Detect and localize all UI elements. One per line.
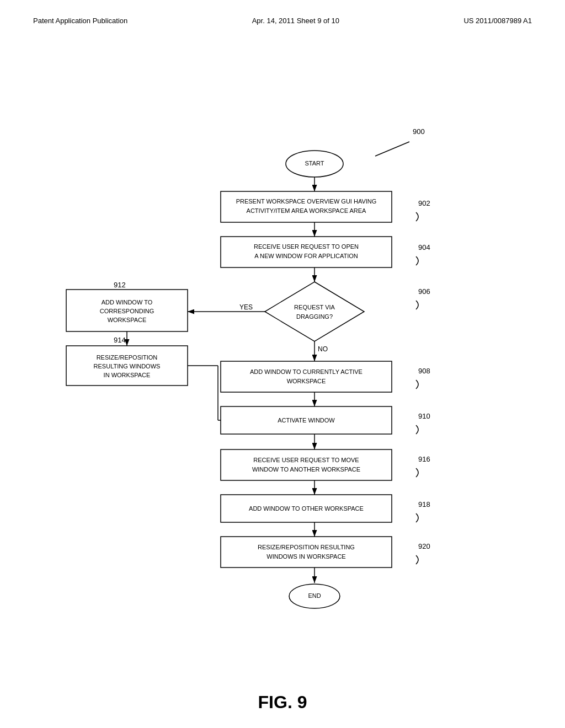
- box-904-text: RECEIVE USER REQUEST TO OPEN: [254, 243, 359, 250]
- label-914: 914: [114, 336, 126, 344]
- svg-line-2: [375, 142, 409, 156]
- label-918: 918: [418, 500, 430, 508]
- box-920-text: RESIZE/REPOSITION RESULTING: [258, 544, 355, 550]
- label-912: 912: [114, 281, 126, 289]
- header-left: Patent Application Publication: [33, 17, 127, 25]
- box-908-text2: WORKSPACE: [287, 378, 326, 384]
- diamond-906-text2: DRAGGING?: [296, 313, 333, 320]
- header-right: US 2011/0087989 A1: [463, 17, 532, 25]
- box-908-text: ADD WINDOW TO CURRENTLY ACTIVE: [250, 368, 363, 375]
- label-900: 900: [413, 127, 425, 136]
- box-916-text: RECEIVE USER REQUEST TO MOVE: [253, 457, 359, 463]
- box-912-text: ADD WINDOW TO: [102, 299, 153, 306]
- box-912-text2: CORRESPONDING: [100, 308, 154, 314]
- figure-label: FIG. 9: [0, 687, 565, 724]
- label-916: 916: [418, 455, 430, 463]
- page-header: Patent Application Publication Apr. 14, …: [0, 0, 565, 30]
- label-908: 908: [418, 367, 430, 375]
- start-label: START: [305, 160, 324, 167]
- yes-label: YES: [239, 303, 253, 311]
- no-label: NO: [318, 345, 328, 353]
- label-920: 920: [418, 542, 430, 550]
- box-912-text3: WORKSPACE: [108, 317, 147, 323]
- label-902: 902: [418, 199, 430, 207]
- end-label: END: [308, 592, 321, 599]
- label-904: 904: [418, 243, 430, 251]
- box-902-text2: ACTIVITY/ITEM AREA WORKSPACE AREA: [247, 207, 366, 214]
- box-920-text2: WINDOWS IN WORKSPACE: [266, 553, 345, 560]
- box-914-text: RESIZE/REPOSITION: [97, 354, 158, 361]
- box-916: [221, 449, 392, 480]
- box-914-text3: IN WORKSPACE: [104, 372, 151, 378]
- box-914-text2: RESULTING WINDOWS: [94, 363, 161, 370]
- box-908: [221, 361, 392, 392]
- label-910: 910: [418, 412, 430, 420]
- diamond-906-text: REQUEST VIA: [294, 304, 335, 311]
- label-906: 906: [418, 287, 430, 296]
- box-918-text: ADD WINDOW TO OTHER WORKSPACE: [249, 505, 364, 512]
- box-920: [221, 537, 392, 568]
- header-middle: Apr. 14, 2011 Sheet 9 of 10: [252, 17, 339, 25]
- diamond-906: [265, 282, 364, 341]
- diagram-container: 900 START 902 PRESENT WORKSPACE OVERVIEW…: [0, 36, 565, 687]
- box-904-text2: A NEW WINDOW FOR APPLICATION: [254, 253, 358, 259]
- box-910-text: ACTIVATE WINDOW: [278, 417, 335, 424]
- box-916-text2: WINDOW TO ANOTHER WORKSPACE: [252, 466, 360, 473]
- box-902-text: PRESENT WORKSPACE OVERVIEW GUI HAVING: [236, 198, 377, 205]
